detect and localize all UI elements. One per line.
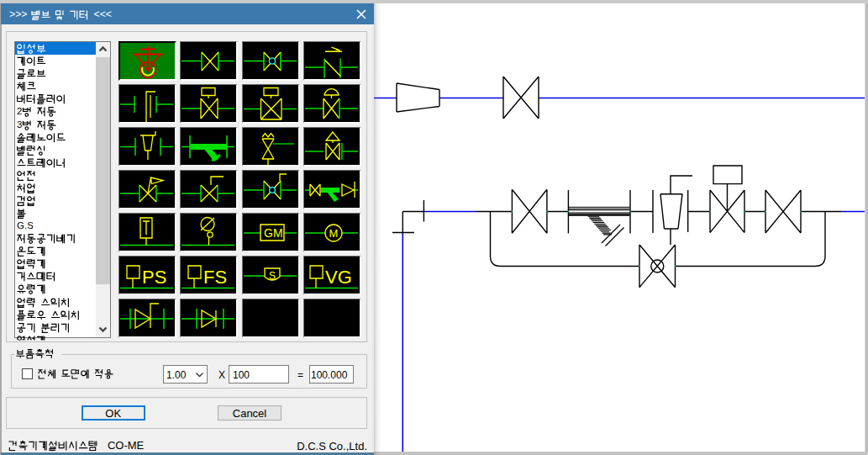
svg-text:VG: VG (325, 267, 352, 288)
svg-text:>>>: >>> (9, 8, 28, 20)
svg-text:S: S (269, 270, 276, 282)
svg-text:G.S: G.S (17, 220, 34, 230)
svg-text:M: M (329, 227, 338, 240)
svg-text:GM: GM (264, 226, 283, 240)
svg-text:CO-ME: CO-ME (108, 438, 145, 451)
svg-text:2: 2 (17, 107, 22, 117)
svg-text:<<<: <<< (94, 8, 113, 20)
svg-text:3: 3 (17, 119, 22, 130)
svg-text:PS: PS (142, 267, 166, 288)
svg-text:FS: FS (203, 267, 227, 288)
